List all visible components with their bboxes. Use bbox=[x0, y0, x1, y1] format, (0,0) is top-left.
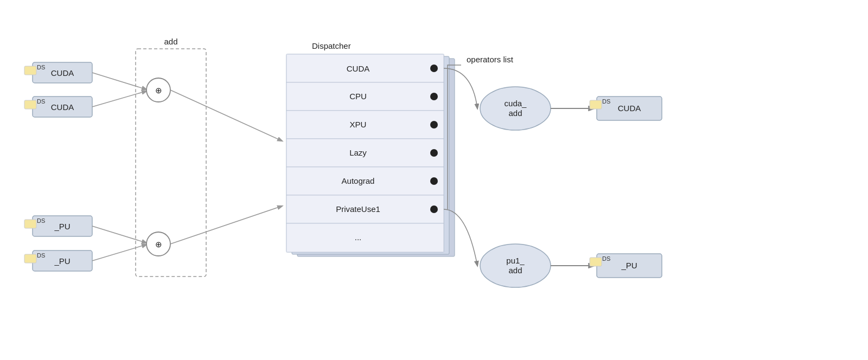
arrow-plus2-dispatcher bbox=[170, 206, 282, 244]
row-label-privateuse1: PrivateUse1 bbox=[336, 204, 380, 214]
arrow-in4-plus2 bbox=[92, 245, 146, 261]
diagram: DS CUDA DS CUDA DS _PU DS _PU ⊕ ⊕ add Di… bbox=[0, 0, 868, 360]
add-label: add bbox=[164, 37, 177, 46]
ds-badge-cuda2 bbox=[24, 100, 36, 109]
operators-list-label: operators list bbox=[467, 55, 514, 64]
ds-badge-pu2 bbox=[24, 254, 36, 263]
ds-label-cuda2: DS bbox=[37, 98, 45, 105]
output-label-pu: _PU bbox=[621, 261, 637, 270]
row-dot-cpu bbox=[430, 93, 438, 100]
row-label-autograd: Autograd bbox=[342, 176, 375, 185]
plus-symbol-1: ⊕ bbox=[155, 86, 162, 95]
pu1-add-label-line1: pu1_ bbox=[506, 256, 525, 265]
row-label-xpu: XPU bbox=[350, 120, 367, 129]
input-label-cuda2: CUDA bbox=[51, 102, 74, 112]
ds-label-out-pu: DS bbox=[602, 255, 610, 262]
row-dot-privateuse1 bbox=[430, 205, 438, 213]
row-dot-lazy bbox=[430, 149, 438, 157]
row-dot-xpu bbox=[430, 121, 438, 128]
row-label-cpu: CPU bbox=[349, 92, 367, 101]
row-ellipsis bbox=[286, 223, 444, 252]
ds-label-out-cuda: DS bbox=[602, 98, 610, 105]
ds-badge-pu1 bbox=[24, 220, 36, 228]
ds-badge-out-cuda bbox=[590, 100, 602, 109]
arrow-in1-plus1 bbox=[92, 73, 146, 89]
input-label-cuda1: CUDA bbox=[51, 68, 74, 78]
dispatcher-label: Dispatcher bbox=[312, 41, 351, 50]
ds-badge-cuda1 bbox=[24, 66, 36, 75]
row-dot-cuda bbox=[430, 65, 438, 72]
cuda-add-label-line2: add bbox=[508, 108, 522, 118]
arrow-in2-plus1 bbox=[92, 91, 146, 107]
input-label-pu2: _PU bbox=[54, 256, 70, 266]
ds-label-pu1: DS bbox=[37, 217, 45, 224]
row-label-ellipsis: ... bbox=[355, 233, 362, 242]
arrow-in3-plus2 bbox=[92, 226, 146, 243]
ds-label-pu2: DS bbox=[37, 252, 45, 259]
ds-label-cuda1: DS bbox=[37, 64, 45, 70]
cuda-add-label-line1: cuda_ bbox=[505, 99, 527, 108]
row-label-lazy: Lazy bbox=[349, 148, 367, 157]
output-label-cuda: CUDA bbox=[618, 104, 641, 113]
ds-badge-out-pu bbox=[590, 258, 602, 266]
pu1-add-label-line2: add bbox=[508, 266, 522, 275]
row-label-cuda: CUDA bbox=[347, 64, 370, 73]
plus-symbol-2: ⊕ bbox=[155, 240, 162, 249]
row-dot-autograd bbox=[430, 177, 438, 185]
input-label-pu1: _PU bbox=[54, 222, 70, 231]
arrow-plus1-dispatcher bbox=[170, 90, 282, 141]
